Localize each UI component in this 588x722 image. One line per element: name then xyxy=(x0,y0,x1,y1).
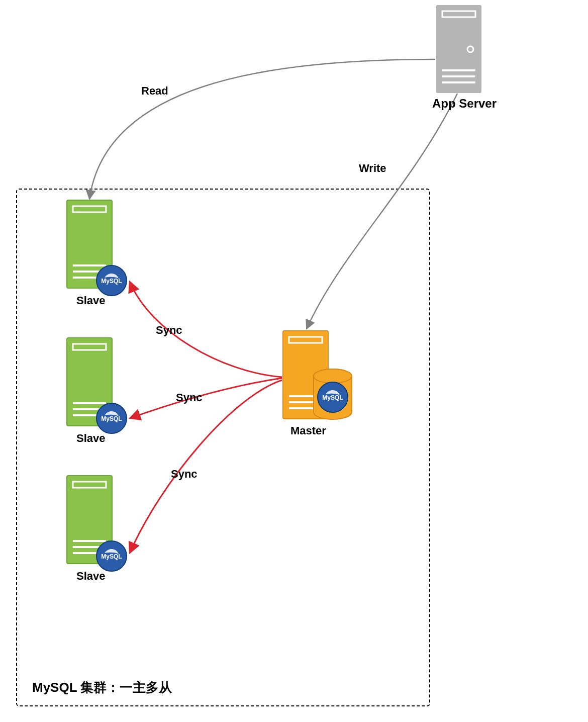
svg-rect-0 xyxy=(436,5,481,93)
edge-sync2-label: Sync xyxy=(176,391,203,404)
edge-write-label: Write xyxy=(359,162,386,175)
cluster-caption: MySQL 集群：一主多从 xyxy=(32,679,172,696)
svg-rect-1 xyxy=(442,11,475,17)
edge-read xyxy=(89,59,435,199)
edge-sync3-label: Sync xyxy=(171,468,198,481)
slave3-label: Slave xyxy=(76,570,106,583)
app-server-label: App Server xyxy=(432,97,497,111)
edge-sync1-label: Sync xyxy=(156,324,182,337)
slave2-label: Slave xyxy=(76,432,106,445)
edge-read-label: Read xyxy=(141,84,168,98)
master-label: Master xyxy=(290,424,326,437)
diagram-stage: MySQL MySQL MySQL MySQL App Server Maste… xyxy=(0,0,588,722)
slave1-label: Slave xyxy=(76,294,106,307)
cluster-box xyxy=(16,189,430,706)
svg-point-2 xyxy=(467,46,473,52)
app-server-node xyxy=(436,5,481,93)
